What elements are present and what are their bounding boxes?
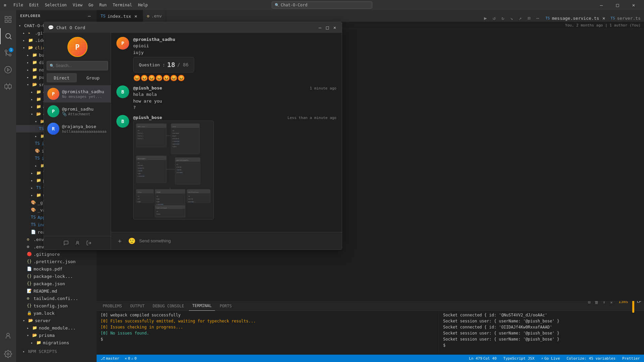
- msg-service-close[interactable]: ✕: [601, 15, 606, 21]
- menu-selection[interactable]: Selection: [42, 2, 69, 8]
- folder-node-modules-server[interactable]: ▸ 📁 node_module...: [16, 324, 97, 331]
- contact-promi[interactable]: P @promi_sadhu 📎 Attachment: [97, 103, 111, 120]
- file-label-pkglock: package-lock...: [34, 274, 73, 279]
- step-over-button[interactable]: ↻: [499, 14, 506, 22]
- tab-close-indextsx[interactable]: ✕: [133, 13, 139, 19]
- contact-rajanya[interactable]: R @rajanya_bose hollaaaaaaaaaaaaaaaa: [97, 120, 111, 137]
- more-actions-button[interactable]: ⋯: [534, 14, 541, 22]
- svg-text:username: username: [172, 132, 179, 134]
- menu-file[interactable]: File: [11, 2, 26, 8]
- activity-remote[interactable]: [0, 328, 16, 344]
- contact-name-promistha: @promistha_sadhu: [97, 89, 107, 94]
- folder-label-server: server: [35, 318, 51, 323]
- status-go-live[interactable]: ⚡ Go Live: [540, 355, 561, 362]
- term-prompt-right: $: [443, 343, 445, 348]
- svg-text:id: id: [138, 162, 139, 164]
- split-editor-button[interactable]: ⊟: [525, 14, 533, 22]
- emoji-button[interactable]: 🙂: [127, 236, 137, 246]
- status-branch[interactable]: ⎇ master: [99, 355, 121, 362]
- chat-close-button[interactable]: ✕: [332, 24, 338, 31]
- svg-text:name: name: [156, 198, 160, 200]
- file-tsconfig[interactable]: {} tsconfig.json: [16, 302, 97, 309]
- folder-prisma[interactable]: ▾ 📂 prisma: [16, 331, 97, 339]
- svg-text:field_1: field_1: [138, 132, 143, 134]
- new-file-icon[interactable]: ⋯: [87, 13, 93, 19]
- tab-group[interactable]: Group: [97, 73, 108, 82]
- message-input[interactable]: [139, 238, 338, 243]
- tab-problems[interactable]: PROBLEMS: [99, 301, 125, 311]
- minimize-button[interactable]: —: [594, 0, 609, 10]
- npm-scripts-section[interactable]: ▸ NPM SCRIPTS: [16, 348, 97, 355]
- file-label-tailwind: tailwind.confi...: [34, 296, 78, 301]
- file-tailwind[interactable]: ⚙ tailwind.confi...: [16, 295, 97, 302]
- file-gitignore[interactable]: 🔴 .gitignore: [16, 250, 97, 258]
- status-prettier[interactable]: Prettier: [621, 355, 641, 362]
- schema-svg: table_name id field_1 field_2 field_3: [135, 122, 212, 218]
- step-out-button[interactable]: ↗: [517, 14, 524, 22]
- chat-tabs: Direct Group: [97, 73, 108, 82]
- menu-terminal[interactable]: Terminal: [110, 2, 135, 8]
- status-colorize[interactable]: Colorize: 45 variables: [565, 355, 617, 362]
- tab-ports[interactable]: PORTS: [216, 301, 235, 311]
- status-errors[interactable]: ✕ 0 ⚠ 0: [123, 355, 138, 362]
- file-packagejson[interactable]: {} package.json: [16, 280, 97, 287]
- chat-search-input[interactable]: [97, 63, 105, 68]
- tab-indextsx[interactable]: TS index.tsx ✕: [97, 10, 143, 22]
- file-readme[interactable]: 📝 README.md: [16, 287, 97, 295]
- activity-debug[interactable]: [0, 62, 16, 78]
- tab-env[interactable]: ⚙ .env: [143, 10, 166, 22]
- step-into-button[interactable]: ↘: [508, 14, 515, 22]
- contact-promistha[interactable]: P @promistha_sadhu No messages yet...: [97, 85, 111, 103]
- file-yarnlock[interactable]: 🔒 yam.lock: [16, 309, 97, 317]
- pba-arrow: ▸: [35, 164, 39, 168]
- activity-explorer[interactable]: [0, 11, 16, 27]
- menu-edit[interactable]: Edit: [26, 2, 42, 8]
- svg-text:id: id: [138, 195, 139, 197]
- close-button[interactable]: ✕: [626, 0, 641, 10]
- file-mockups[interactable]: 📄 mockups.pdf: [16, 265, 97, 273]
- tab-label-indextsx: index.tsx: [107, 14, 131, 19]
- term-line-4: [0] No issues found.: [101, 330, 436, 336]
- node-server-arrow: ▸: [27, 326, 31, 330]
- folder-icon-auth: 📁: [36, 104, 42, 109]
- activity-search[interactable]: [0, 28, 16, 44]
- tab-terminal[interactable]: TERMINAL: [189, 301, 215, 311]
- menu-view[interactable]: View: [70, 2, 85, 8]
- menu-help[interactable]: Help: [136, 2, 151, 8]
- status-ln-col[interactable]: Ln 479 Col 40: [468, 355, 498, 362]
- run-button[interactable]: ▶: [482, 14, 489, 22]
- status-language[interactable]: TypeScript JSX: [502, 355, 536, 362]
- chat-maximize-button[interactable]: □: [324, 24, 330, 31]
- tab-output[interactable]: OUTPUT: [127, 301, 148, 311]
- menu-go[interactable]: Go: [86, 2, 96, 8]
- activity-source-control[interactable]: 1: [0, 45, 16, 61]
- chat-input-bar: + 🙂: [111, 232, 342, 249]
- tab-ts-label-2: TS: [610, 16, 615, 20]
- chat-search-bar[interactable]: 🔍: [97, 61, 108, 70]
- chat-minimize-button[interactable]: —: [317, 24, 323, 31]
- titlebar-search[interactable]: 🔍 Chat-O-Cord: [272, 1, 372, 9]
- msg-avatar-1: P: [116, 37, 129, 50]
- maximize-button[interactable]: □: [610, 0, 625, 10]
- prettier-label: Prettier: [622, 356, 640, 361]
- public-arrow: ▸: [27, 75, 31, 79]
- msg-text-question: ?: [133, 104, 336, 111]
- term-rtext-1: Socket connected { id: 'QNuST4VV2_dJ/ooA…: [443, 313, 547, 317]
- file-label-yarnlock: yam.lock: [34, 311, 55, 316]
- terminal-panel: PROBLEMS OUTPUT DEBUG CONSOLE TERMINAL P…: [97, 301, 644, 355]
- msg-text-holamola: hola mola: [133, 91, 336, 98]
- status-left: ⎇ master ✕ 0 ⚠ 0: [99, 355, 138, 362]
- folder-migrations[interactable]: ▸ 📁 migrations: [16, 339, 97, 346]
- activity-settings[interactable]: [0, 346, 16, 362]
- file-prettierrc[interactable]: {} .prettierrc.json: [16, 258, 97, 265]
- folder-icon-migrations: 📁: [36, 340, 42, 345]
- tab-debug-console[interactable]: DEBUG CONSOLE: [149, 301, 187, 311]
- menu-run[interactable]: Run: [97, 2, 109, 8]
- debug-button[interactable]: ↺: [490, 14, 498, 22]
- expand-arrow: ▾: [19, 24, 23, 27]
- add-attachment-button[interactable]: +: [115, 236, 124, 246]
- file-packagelock[interactable]: {} package-lock...: [16, 273, 97, 280]
- activity-extensions[interactable]: [0, 78, 16, 95]
- editor-area: TS index.tsx ✕ ⚙ .env ▶ ↺ ↻ ↘ ↗ ⊟ ⋯ TS m…: [97, 10, 644, 362]
- folder-server[interactable]: ▾ 📂 server: [16, 317, 97, 324]
